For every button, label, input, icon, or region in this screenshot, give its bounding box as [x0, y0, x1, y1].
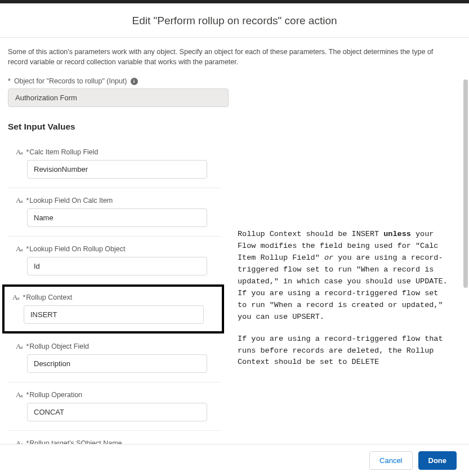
help-text-column: Rollup Context should be INSERT unless y… [238, 134, 459, 449]
field-label-text: Calc Item Rollup Field [29, 148, 98, 156]
calc-item-rollup-input[interactable] [27, 160, 207, 179]
rollup-operation-input[interactable] [27, 403, 207, 421]
info-icon[interactable]: i [131, 78, 138, 85]
field-label-text: Lookup Field On Calc Item [29, 197, 113, 204]
field-label-text: Rollup Context [26, 293, 72, 301]
field-label-text: Lookup Field On Rollup Object [29, 245, 125, 253]
text-type-icon: Aa [16, 196, 22, 205]
object-param-value[interactable]: Authorization Form [8, 88, 229, 107]
input-fields-column: Aa *Calc Item Rollup Field Aa *Lookup Fi… [8, 134, 221, 449]
modal-header: Edit "Perform rollup on records" core ac… [0, 3, 469, 38]
text-type-icon: Aa [12, 293, 19, 302]
scrollbar[interactable] [463, 79, 468, 288]
object-param-label-text: Object for "Records to rollup" (Input) [14, 77, 127, 85]
field-label-text: Rollup Object Field [29, 342, 89, 350]
lookup-rollup-object-input[interactable] [27, 257, 207, 275]
text-type-icon: Aa [16, 148, 22, 157]
field-calc-item-rollup: Aa *Calc Item Rollup Field [8, 134, 221, 188]
text-type-icon: Aa [16, 244, 22, 253]
modal-footer: Cancel Done [0, 444, 469, 476]
field-lookup-calc-item: Aa *Lookup Field On Calc Item [8, 188, 221, 236]
field-label-text: Rollup Operation [29, 391, 82, 399]
text-type-icon: Aa [16, 342, 22, 351]
field-rollup-object-field: Aa *Rollup Object Field [8, 333, 221, 382]
modal-body: Some of this action's parameters work wi… [0, 38, 469, 449]
rollup-context-help: Rollup Context should be INSERT unless y… [238, 229, 449, 368]
rollup-object-field-input[interactable] [27, 354, 207, 373]
modal-title: Edit "Perform rollup on records" core ac… [0, 15, 469, 27]
cancel-button[interactable]: Cancel [369, 451, 412, 470]
lookup-calc-item-input[interactable] [27, 208, 207, 227]
parameter-description: Some of this action's parameters work wi… [8, 47, 459, 67]
done-button[interactable]: Done [418, 451, 457, 470]
section-title: Set Input Values [8, 122, 459, 132]
text-type-icon: Aa [16, 390, 22, 399]
field-rollup-context: Aa *Rollup Context [2, 284, 224, 333]
rollup-context-input[interactable] [24, 305, 204, 324]
object-param-label: * Object for "Records to rollup" (Input)… [8, 77, 459, 85]
field-rollup-operation: Aa *Rollup Operation [8, 382, 221, 430]
field-lookup-rollup-object: Aa *Lookup Field On Rollup Object [8, 236, 221, 284]
